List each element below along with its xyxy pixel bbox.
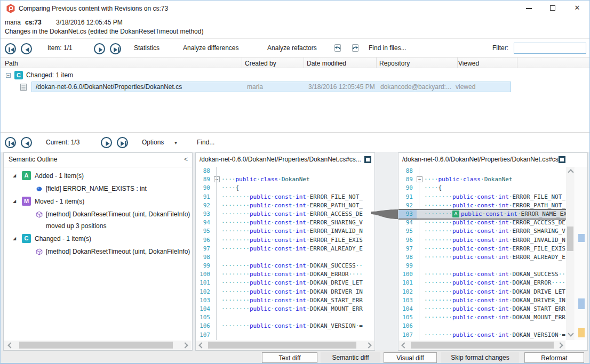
expanded-triangle-icon[interactable]: ◢ — [13, 236, 16, 241]
right-vscrollbar-thumb[interactable] — [567, 227, 573, 251]
fold-toggle-icon[interactable]: − — [417, 176, 422, 182]
tree-collapse-icon[interactable]: − — [6, 73, 11, 78]
visual-diff-button[interactable]: Visual diff — [384, 352, 437, 363]
scroll-right-icon[interactable] — [182, 342, 188, 348]
code-text — [221, 253, 374, 262]
options-button[interactable]: Options — [142, 137, 164, 148]
code-line-104: 104········public·const·int·DOKAN_MOUNT_… — [196, 305, 374, 313]
column-header-created-by[interactable]: Created by — [245, 59, 276, 68]
fold-toggle-icon[interactable]: − — [214, 176, 220, 182]
doc-import-icon[interactable] — [350, 43, 361, 53]
column-header-path[interactable]: Path — [5, 59, 18, 68]
row-path: /dokan-net-0.6.0/DokanNet/Properties/Dok… — [36, 83, 182, 91]
ruler-format-marker[interactable] — [578, 328, 585, 337]
fold-margin — [214, 262, 221, 270]
column-header-repository[interactable]: Repository — [379, 59, 410, 68]
code-line-92: 92········public·const·int·ERROR_PATH_NO… — [196, 201, 374, 210]
first-diff-button[interactable] — [5, 137, 16, 148]
line-number: 93 — [196, 210, 214, 219]
code-line-94: 94········public·const·int·ERROR_ACCESS_… — [398, 219, 575, 227]
column-header-viewed[interactable]: Viewed — [458, 59, 479, 68]
right-hscrollbar-thumb[interactable] — [411, 342, 554, 349]
left-hscrollbar-thumb[interactable] — [208, 342, 356, 349]
outline-hscrollbar[interactable] — [4, 341, 192, 350]
fold-margin — [214, 322, 221, 330]
items-toolbar: Item: 1/1 Statistics Analyze differences… — [1, 38, 590, 58]
last-diff-button[interactable] — [117, 137, 128, 148]
right-code-vscrollbar[interactable] — [566, 167, 575, 340]
doc-export-icon[interactable] — [332, 43, 343, 53]
scroll-right-icon[interactable] — [365, 342, 371, 348]
chevron-down-icon[interactable]: ▾ — [174, 137, 177, 148]
fold-margin — [214, 339, 221, 340]
fold-margin — [417, 219, 424, 227]
changed-group-row[interactable]: − C Changed: 1 item — [1, 70, 590, 81]
text-diff-button[interactable]: Text diff — [262, 352, 317, 363]
outline-collapse-icon[interactable]: < — [184, 153, 188, 166]
diff-toolbar: Current: 1/3 Options ▾ Find... — [1, 132, 590, 152]
indent-guide-line — [419, 167, 419, 340]
outline-hscrollbar-thumb[interactable] — [19, 342, 173, 349]
analyze-refactors-button[interactable]: Analyze refactors — [267, 43, 317, 54]
scroll-right-icon[interactable] — [557, 342, 563, 348]
reformat-button[interactable]: Reformat — [524, 352, 584, 363]
fold-margin — [417, 210, 424, 219]
method-icon — [36, 211, 43, 218]
outline-item-sublabel: moved up 3 positions — [46, 221, 106, 231]
left-code-hscrollbar[interactable] — [196, 341, 374, 350]
outline-item-method-moved[interactable]: [method] DokanResetTimeout (uint, DokanF… — [4, 209, 192, 232]
close-button[interactable]: ✕ — [569, 1, 585, 15]
skip-format-changes-button[interactable]: Skip format changes — [441, 352, 519, 363]
changed-group-badge: C — [22, 234, 31, 243]
find-button[interactable]: Find... — [197, 137, 214, 148]
code-text — [221, 331, 374, 339]
analyze-differences-button[interactable]: Analyze differences — [183, 43, 239, 54]
outline-group-changed[interactable]: ◢ C Changed - 1 item(s) — [4, 233, 192, 245]
maximize-pane-icon[interactable] — [559, 156, 565, 163]
line-number: 101 — [196, 279, 214, 287]
scroll-left-icon[interactable] — [198, 342, 204, 348]
column-header-date-modified[interactable]: Date modified — [307, 59, 346, 68]
previous-diff-button[interactable] — [21, 137, 32, 148]
last-item-button[interactable] — [110, 43, 121, 54]
scroll-left-icon[interactable] — [401, 342, 407, 348]
outline-group-added[interactable]: ◢ A Added - 1 item(s) — [4, 171, 192, 182]
code-line-106: 106 — [398, 322, 575, 330]
expanded-triangle-icon[interactable]: ◢ — [13, 199, 16, 204]
code-text: ········public·const·int·ERROR_PATH_NOT_ — [424, 201, 575, 210]
expanded-triangle-icon[interactable]: ◢ — [13, 173, 16, 178]
maximize-button[interactable] — [545, 1, 561, 15]
ruler-change-marker[interactable] — [578, 298, 585, 309]
scroll-up-icon[interactable] — [568, 169, 573, 175]
right-code-view: 8889−····public·class·DokanNet90····{91·… — [398, 167, 575, 340]
line-number: 104 — [398, 305, 417, 313]
fold-margin — [417, 331, 424, 339]
next-diff-button[interactable] — [101, 137, 112, 148]
statistics-button[interactable]: Statistics — [134, 43, 160, 54]
right-code-hscrollbar[interactable] — [399, 341, 565, 350]
find-in-files-button[interactable]: Find in files... — [369, 43, 406, 54]
line-number: 98 — [196, 253, 214, 262]
scroll-left-icon[interactable] — [7, 342, 13, 348]
next-item-button[interactable] — [94, 43, 105, 54]
code-text — [424, 322, 575, 330]
semantic-diff-button[interactable]: Semantic diff — [321, 352, 380, 363]
code-text — [424, 262, 575, 270]
code-line-107: 107 — [196, 331, 374, 339]
semantic-outline-header: Semantic Outline < — [4, 153, 192, 167]
previous-item-button[interactable] — [21, 43, 32, 54]
method-icon — [36, 248, 43, 255]
maximize-pane-icon[interactable] — [364, 156, 371, 163]
outline-group-moved[interactable]: ◢ M Moved - 1 item(s) — [4, 196, 192, 208]
fold-margin — [417, 167, 424, 175]
outline-item-field[interactable]: [field] ERROR_NAME_EXISTS : int — [4, 183, 192, 195]
code-line-96: 96········public·const·int·ERROR_FILE_EX… — [196, 236, 374, 245]
filter-input[interactable] — [514, 43, 586, 54]
first-item-button[interactable] — [5, 43, 16, 54]
minimize-button[interactable] — [521, 1, 537, 15]
fold-margin — [417, 296, 424, 305]
outline-item-method-changed[interactable]: [method] DokanResetTimeout (uint, DokanF… — [4, 246, 192, 258]
scroll-down-icon[interactable] — [568, 330, 573, 336]
ruler-change-marker[interactable] — [578, 234, 585, 242]
table-row[interactable]: /dokan-net-0.6.0/DokanNet/Properties/Dok… — [1, 82, 590, 92]
